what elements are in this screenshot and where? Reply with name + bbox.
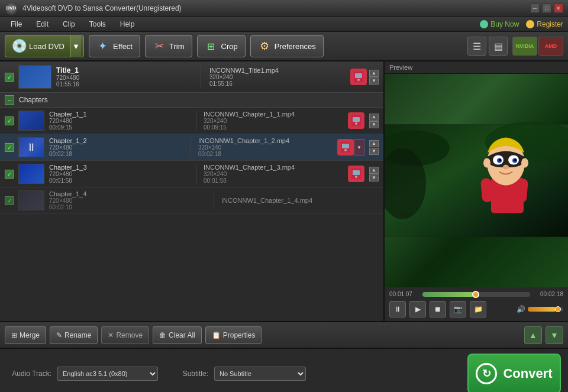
menu-file[interactable]: File [5,18,28,30]
scroll-arrows: ▲ ▼ [369,70,379,85]
convert-button[interactable]: ↻ Convert [467,354,561,392]
subtitle-select[interactable]: No Subtitle [214,367,306,381]
register-button[interactable]: Register [526,20,563,28]
chapter2-output-res: 320×240 [198,144,333,151]
maximize-button[interactable]: □ [542,4,551,13]
toolbar: 💿 Load DVD ▼ ✦ Effect ✂ Trim ⊞ Crop ⚙ Pr… [0,32,568,61]
chapter2-output-file: INCONNW1_Chapter_1_2.mp4 [198,137,333,144]
remove-label: Remove [116,331,143,339]
chapter3-down[interactable]: ▼ [369,174,379,182]
app-title: 4Videosoft DVD to Sansa Converter(Unregi… [22,4,530,12]
output-duration: 01:55:16 [209,80,346,87]
chapter2-dur: 00:02:18 [49,151,183,157]
chapter2-up[interactable]: ▲ [369,140,379,147]
audio-track-label: Audio Track: [7,370,51,378]
play-button[interactable]: ▶ [409,301,426,318]
cart-icon [480,20,488,28]
chapter1-output-file: INCONNW1_Chapter_1_1.mp4 [204,111,343,118]
chapter1-down[interactable]: ▼ [369,121,379,128]
audio-track-select[interactable]: English ac3 5.1 (0x80) [57,367,158,381]
chapter-row: ✓ Chapter_1_4 720×480 00:02:10 INCONNW1_… [0,187,383,214]
progress-thumb[interactable] [472,291,479,298]
chapter4-checkbox[interactable]: ✓ [5,196,14,205]
crop-icon: ⊞ [205,40,218,53]
crop-button[interactable]: ⊞ Crop [197,35,246,57]
trim-label: Trim [169,42,185,51]
chapter2-checkbox[interactable]: ✓ [5,143,14,152]
move-up-button[interactable]: ▲ [524,326,542,344]
clear-all-button[interactable]: 🗑 Clear All [153,326,202,344]
amd-badge: AMD [538,37,563,56]
gear-icon: ⚙ [258,40,271,53]
chapter1-output: INCONNW1_Chapter_1_1.mp4 320×240 00:09:1… [204,111,343,131]
chapter2-down[interactable]: ▼ [369,148,379,155]
preview-art [385,74,568,287]
chapter-row: ✓ Chapter_1_3 720×480 00:01:58 INCONNW1_… [0,161,383,187]
svg-rect-29 [480,178,493,202]
volume-bar[interactable] [528,307,563,312]
window-controls[interactable]: ─ □ ✕ [530,4,563,13]
pause-button[interactable]: ⏸ [389,301,406,318]
scroll-down-arrow[interactable]: ▼ [369,77,379,85]
menu-tools[interactable]: Tools [83,18,112,30]
load-dvd-dropdown[interactable]: ▼ [70,35,81,57]
register-label: Register [537,20,563,28]
minimize-button[interactable]: ─ [530,4,540,13]
chapter2-info: Chapter_1_2 720×480 00:02:18 [49,137,183,157]
chapter2-name: Chapter_1_2 [49,137,183,144]
current-time: 00:01:07 [389,291,419,297]
view-buttons: ☰ ▤ [467,37,508,56]
menu-clip[interactable]: Clip [57,18,81,30]
gpu-badges: NVIDIA AMD [512,37,563,56]
menu-edit[interactable]: Edit [30,18,54,30]
volume-fill [528,307,556,312]
rename-button[interactable]: ✎ Rename [50,326,98,344]
file-list: ✓ Title_1 720×480 01:55:16 INCONNW1_Titl… [0,61,385,321]
chapter3-up[interactable]: ▲ [369,167,379,174]
title-checkbox[interactable]: ✓ [5,73,14,82]
merge-icon: ⊞ [11,331,17,339]
stop-button[interactable]: ⏹ [430,301,446,318]
progress-bar[interactable] [422,292,530,297]
buy-now-label: Buy Now [490,20,519,28]
audio-track-row: Audio Track: English ac3 5.1 (0x80) Subt… [7,354,561,392]
dvd-icon: 💿 [12,40,25,53]
menu-help[interactable]: Help [114,18,141,30]
buy-now-button[interactable]: Buy Now [480,20,519,28]
remove-button[interactable]: ✕ Remove [101,326,149,344]
menu-right: Buy Now Register [480,20,563,28]
volume-thumb[interactable] [555,306,561,312]
chapter2-res: 720×480 [49,144,183,151]
move-down-button[interactable]: ▼ [546,326,563,344]
svg-rect-1 [355,73,362,78]
chapter3-checkbox[interactable]: ✓ [5,170,14,179]
preferences-button[interactable]: ⚙ Preferences [250,35,324,57]
chapter1-up[interactable]: ▲ [369,114,379,121]
chapter1-output-dur: 00:09:15 [204,124,343,131]
chapter1-checkbox[interactable]: ✓ [5,116,14,125]
chapter-row: ✓ Chapter_1_1 720×480 00:09:15 INCONNW1_… [0,108,383,134]
device-svg [353,71,364,83]
output-filename: INCONNW1_Title1.mp4 [209,67,346,74]
convert-label: Convert [503,366,552,381]
scroll-up-arrow[interactable]: ▲ [369,70,379,77]
list-view-button[interactable]: ☰ [467,37,486,56]
effect-button[interactable]: ✦ Effect [89,35,140,57]
chapter1-device-icon [348,112,364,129]
chapter4-output: INCONNW1_Chapter_1_4.mp4 [221,197,379,204]
load-dvd-button[interactable]: 💿 Load DVD ▼ [5,35,84,57]
chapter1-name: Chapter_1_1 [49,111,189,118]
screenshot-button[interactable]: 📷 [450,301,466,318]
chapter2-format-dropdown[interactable]: ▼ [354,139,364,155]
preview-panel: Preview [385,61,568,321]
trim-button[interactable]: ✂ Trim [145,35,192,57]
properties-label: Properties [223,331,256,339]
merge-button[interactable]: ⊞ Merge [5,326,46,344]
properties-button[interactable]: 📋 Properties [205,326,262,344]
volume-control: 🔊 [517,305,563,313]
chapters-expand-button[interactable]: − [5,95,14,105]
folder-button[interactable]: 📁 [470,301,486,318]
grid-view-button[interactable]: ▤ [489,37,508,56]
chapter3-output: INCONNW1_Chapter_1_3.mp4 320×240 00:01:5… [204,164,343,184]
close-button[interactable]: ✕ [554,4,563,13]
